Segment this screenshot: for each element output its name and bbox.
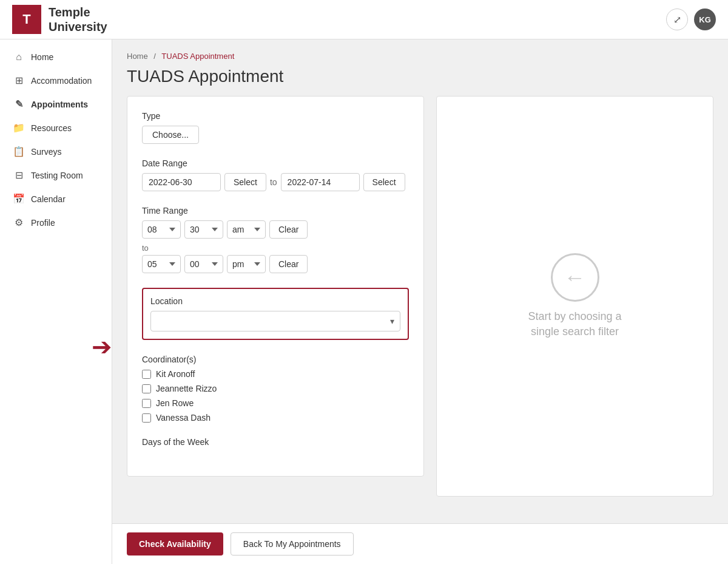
sidebar-item-label: Appointments: [31, 100, 88, 109]
time-start-hour[interactable]: 08: [142, 220, 181, 239]
time-to-label: to: [142, 243, 409, 253]
sidebar-item-label: Testing Room: [31, 171, 83, 180]
time-range-section: Time Range 08 30 am pm: [142, 206, 409, 273]
coordinator-checkbox-2[interactable]: [142, 399, 151, 408]
coordinator-name-1: Jeannette Rizzo: [156, 384, 217, 393]
days-label: Days of the Week: [142, 437, 209, 447]
coordinator-section: Coordinator(s) Kit Aronoff Jeannette Riz…: [142, 355, 409, 423]
sidebar-item-surveys[interactable]: 📋 Surveys: [0, 140, 112, 163]
time-end-minute[interactable]: 00: [184, 255, 223, 273]
type-label: Type: [142, 111, 409, 121]
days-section: Days of the Week: [142, 437, 409, 447]
coordinator-item-1: Jeannette Rizzo: [142, 384, 409, 393]
coordinator-item-3: Vanessa Dash: [142, 413, 409, 423]
date-range-label: Date Range: [142, 158, 409, 168]
avatar[interactable]: KG: [694, 8, 716, 30]
expand-icon: ⤢: [673, 14, 681, 25]
header-right: ⤢ KG: [666, 8, 716, 30]
content-area: ➔ Type Choose... Date Range Select: [127, 96, 713, 497]
page-title: TUADS Appointment: [127, 67, 713, 86]
surveys-icon: 📋: [13, 146, 25, 157]
back-arrow-icon: ←: [564, 265, 586, 290]
coordinator-name-3: Vanessa Dash: [156, 413, 211, 423]
breadcrumb-home[interactable]: Home: [127, 52, 148, 61]
location-section: Location ▾: [142, 288, 409, 340]
breadcrumb: Home / TUADS Appointment: [127, 52, 713, 61]
coordinator-checkbox-1[interactable]: [142, 384, 151, 393]
sidebar-item-testing-room[interactable]: ⊟ Testing Room: [0, 163, 112, 187]
sidebar-item-label: Profile: [31, 218, 55, 228]
time-range-label: Time Range: [142, 206, 409, 216]
calendar-icon: 📅: [13, 193, 25, 205]
back-arrow-circle: ←: [551, 253, 599, 302]
coordinator-name-2: Jen Rowe: [156, 398, 194, 408]
sidebar-item-resources[interactable]: 📁 Resources: [0, 116, 112, 140]
time-end-ampm[interactable]: am pm: [227, 255, 266, 273]
time-end-row: 05 00 am pm Clear: [142, 255, 409, 273]
sidebar-item-label: Surveys: [31, 147, 62, 157]
location-label: Location: [150, 296, 400, 306]
sidebar: ⌂ Home ⊞ Accommodation ✎ Appointments 📁 …: [0, 39, 112, 509]
sidebar-item-label: Home: [31, 52, 53, 62]
date-start-input[interactable]: [142, 173, 221, 191]
form-scroll: Type Choose... Date Range Select to Sele…: [127, 97, 423, 476]
testing-room-icon: ⊟: [13, 169, 25, 181]
type-choose-button[interactable]: Choose...: [142, 126, 199, 144]
sidebar-item-label: Calendar: [31, 194, 66, 204]
sidebar-item-label: Accommodation: [31, 76, 92, 86]
time-start-row: 08 30 am pm Clear: [142, 220, 409, 239]
coordinator-item-0: Kit Aronoff: [142, 369, 409, 379]
header: T Temple University ⤢ KG: [0, 0, 728, 39]
logo-text: Temple University: [49, 5, 107, 34]
time-end-clear-button[interactable]: Clear: [269, 255, 308, 273]
sidebar-item-label: Resources: [31, 123, 72, 133]
coordinator-label: Coordinator(s): [142, 355, 409, 364]
sidebar-item-appointments[interactable]: ✎ Appointments: [0, 92, 112, 116]
date-end-input[interactable]: [281, 173, 360, 191]
sidebar-item-home[interactable]: ⌂ Home: [0, 46, 112, 69]
profile-icon: ⚙: [13, 217, 25, 228]
time-end-hour[interactable]: 05: [142, 255, 181, 273]
layout: ⌂ Home ⊞ Accommodation ✎ Appointments 📁 …: [0, 39, 728, 509]
coordinator-checkbox-0[interactable]: [142, 370, 151, 379]
date-range-section: Date Range Select to Select: [142, 158, 409, 191]
date-range-row: Select to Select: [142, 173, 409, 191]
temple-logo-icon: T: [12, 5, 41, 34]
right-panel-text: Start by choosing asingle search filter: [528, 309, 621, 339]
time-start-ampm[interactable]: am pm: [227, 220, 266, 239]
sidebar-item-calendar[interactable]: 📅 Calendar: [0, 187, 112, 211]
form-panel: Type Choose... Date Range Select to Sele…: [127, 96, 424, 477]
time-start-clear-button[interactable]: Clear: [269, 220, 308, 239]
logo-area: T Temple University: [12, 5, 107, 34]
expand-button[interactable]: ⤢: [666, 8, 688, 30]
sidebar-item-accommodation[interactable]: ⊞ Accommodation: [0, 69, 112, 92]
accommodation-icon: ⊞: [13, 75, 25, 86]
location-select[interactable]: [150, 311, 400, 331]
breadcrumb-separator: /: [153, 52, 156, 61]
date-start-select-button[interactable]: Select: [224, 173, 266, 191]
location-select-wrapper: ▾: [150, 311, 400, 331]
breadcrumb-current: TUADS Appointment: [161, 52, 234, 61]
date-end-select-button[interactable]: Select: [363, 173, 405, 191]
coordinator-item-2: Jen Rowe: [142, 398, 409, 408]
time-start-minute[interactable]: 30: [184, 220, 223, 239]
main-content: Home / TUADS Appointment TUADS Appointme…: [112, 39, 728, 509]
type-section: Type Choose...: [142, 111, 409, 144]
coordinator-name-0: Kit Aronoff: [156, 369, 195, 379]
date-range-to-label: to: [270, 177, 277, 187]
resources-icon: 📁: [13, 122, 25, 134]
sidebar-item-profile[interactable]: ⚙ Profile: [0, 211, 112, 234]
right-panel: ← Start by choosing asingle search filte…: [436, 96, 713, 497]
coordinator-checkbox-3[interactable]: [142, 413, 151, 423]
home-icon: ⌂: [13, 52, 25, 63]
arrow-indicator: ➔: [92, 333, 112, 361]
appointments-icon: ✎: [13, 98, 25, 110]
